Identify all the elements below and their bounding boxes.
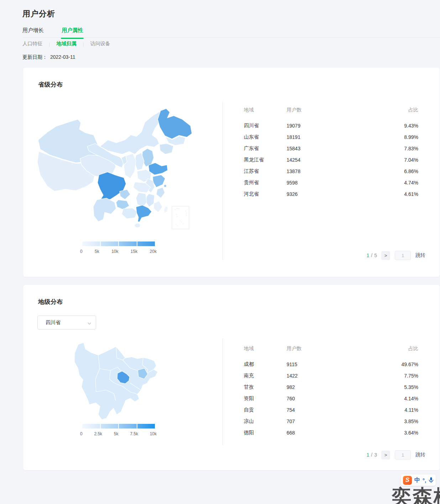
table-row: 成都 9115 49.67% <box>244 359 418 370</box>
province-zhejiang[interactable] <box>156 187 165 198</box>
jump-button[interactable]: 跳转 <box>415 452 425 458</box>
china-map-chart[interactable] <box>34 102 212 237</box>
ime-language-toggle[interactable]: 中 <box>414 477 420 484</box>
table-header: 地域 用户数 占比 <box>244 344 418 354</box>
subtab-separator: | <box>83 41 84 47</box>
pagination-total-pages: 3 <box>374 452 377 458</box>
card-title-province: 省级分布 <box>38 80 63 89</box>
sogou-logo-icon[interactable]: S <box>403 476 412 485</box>
table-header: 地域 用户数 占比 <box>244 105 418 115</box>
pagination-current-page: 1 <box>367 253 370 258</box>
tab-user-growth[interactable]: 用户增长 <box>22 27 44 38</box>
table-row: 贵州省 9598 4.74% <box>244 177 418 188</box>
header-region: 地域 <box>244 107 287 113</box>
table-row: 德阳 668 3.64% <box>244 427 418 438</box>
subtab-region[interactable]: 地域归属 <box>56 41 76 47</box>
province-shanghai[interactable] <box>164 185 167 187</box>
prefecture-table: 地域 用户数 占比 成都 9115 49.67% 南充 1422 7.75% 甘… <box>244 344 418 438</box>
map-legend: 0 5k 10k 15k 20k <box>80 241 157 254</box>
next-page-button[interactable]: > <box>381 251 390 260</box>
pagination: 1 / 3 > 跳转 <box>367 450 425 459</box>
legend-tick: 5k <box>95 249 99 254</box>
pagination: 1 / 5 > 跳转 <box>367 251 425 260</box>
legend-tick: 5k <box>114 431 119 436</box>
pagination-separator: / <box>371 253 372 258</box>
update-date-label: 更新日期： <box>22 54 47 60</box>
header-users: 用户数 <box>287 345 340 352</box>
province-inner-mongolia[interactable] <box>100 111 164 154</box>
province-jiangsu[interactable] <box>153 175 165 187</box>
legend-tick: 10k <box>150 431 157 436</box>
legend-tick: 2.5k <box>94 431 102 436</box>
chevron-down-icon <box>87 321 91 327</box>
table-row: 广东省 15843 7.83% <box>244 143 418 154</box>
province-yunnan[interactable] <box>93 198 116 222</box>
china-map-svg <box>34 102 212 237</box>
legend-tick: 20k <box>150 249 157 254</box>
legend-gradient-bar <box>82 424 155 428</box>
table-row: 甘孜 982 5.35% <box>244 381 418 393</box>
tab-user-attributes[interactable]: 用户属性 <box>62 27 83 38</box>
card-title-prefecture: 地级分布 <box>38 298 63 306</box>
legend-gradient-bar <box>82 241 155 246</box>
header-pct: 占比 <box>340 107 418 113</box>
province-distribution-card: 省级分布 <box>23 68 440 277</box>
prefecture-distribution-card: 地级分布 四川省 <box>23 285 440 470</box>
province-fujian[interactable] <box>154 201 162 212</box>
page-title: 用户分析 <box>22 9 55 19</box>
jump-button[interactable]: 跳转 <box>415 252 425 259</box>
south-china-sea-inset <box>172 206 189 229</box>
province-guizhou[interactable] <box>116 200 129 209</box>
table-row: 资阳 760 4.14% <box>244 393 418 404</box>
pagination-separator: / <box>371 452 372 458</box>
header-region: 地域 <box>244 345 287 352</box>
sichuan-map-chart[interactable] <box>64 337 178 424</box>
province-liaoning[interactable] <box>159 144 173 154</box>
province-jiangxi[interactable] <box>146 194 154 207</box>
divider <box>222 102 223 260</box>
ime-punctuation-toggle[interactable]: °, <box>423 477 426 483</box>
table-row: 山东省 18191 8.99% <box>244 131 418 143</box>
legend-ticks: 0 5k 10k 15k 20k <box>80 249 157 254</box>
province-select-value: 四川省 <box>46 319 61 326</box>
sichuan-outline[interactable] <box>74 343 158 420</box>
legend-tick: 15k <box>131 249 137 254</box>
table-row: 自贡 754 4.11% <box>244 404 418 416</box>
subtab-demographics[interactable]: 人口特征 <box>22 41 42 47</box>
page-jump-input[interactable] <box>395 450 411 459</box>
subtab-separator: | <box>49 41 50 47</box>
province-select[interactable]: 四川省 <box>37 316 96 329</box>
pagination-current-page: 1 <box>367 452 370 458</box>
province-guangdong[interactable] <box>136 205 152 222</box>
province-taiwan[interactable] <box>163 206 168 213</box>
table-row: 四川省 19079 9.43% <box>244 120 418 131</box>
table-row: 河北省 9326 4.61% <box>244 188 418 200</box>
legend-tick: 0 <box>80 249 83 254</box>
pagination-total-pages: 5 <box>374 253 377 258</box>
map-legend: 0 2.5k 5k 7.5k 10k <box>80 424 157 436</box>
table-row: 江苏省 13878 6.86% <box>244 166 418 177</box>
table-row: 黑龙江省 14254 7.04% <box>244 154 418 166</box>
sichuan-map-svg <box>64 337 178 424</box>
table-row: 凉山 707 3.85% <box>244 416 418 427</box>
next-page-button[interactable]: > <box>381 451 390 459</box>
microphone-icon[interactable] <box>429 477 434 483</box>
subtab-devices[interactable]: 访问设备 <box>90 41 110 47</box>
legend-tick: 0 <box>80 431 83 436</box>
update-date-row: 更新日期：2022-03-11 <box>22 54 75 61</box>
header-users: 用户数 <box>287 107 340 113</box>
province-guangxi[interactable] <box>122 208 137 219</box>
table-row: 南充 1422 7.75% <box>244 370 418 381</box>
divider <box>222 338 223 445</box>
province-hainan[interactable] <box>135 223 140 228</box>
province-hunan[interactable] <box>136 193 147 207</box>
page-jump-input[interactable] <box>395 251 411 260</box>
province-heilongjiang[interactable] <box>158 109 192 139</box>
province-table: 地域 用户数 占比 四川省 19079 9.43% 山东省 18191 8.99… <box>244 105 418 200</box>
legend-tick: 10k <box>111 249 118 254</box>
province-chongqing[interactable] <box>120 189 130 199</box>
legend-ticks: 0 2.5k 5k 7.5k 10k <box>80 431 157 436</box>
header-pct: 占比 <box>340 345 418 352</box>
legend-tick: 7.5k <box>130 431 138 436</box>
watermark-text: 奕森格 <box>392 484 440 504</box>
